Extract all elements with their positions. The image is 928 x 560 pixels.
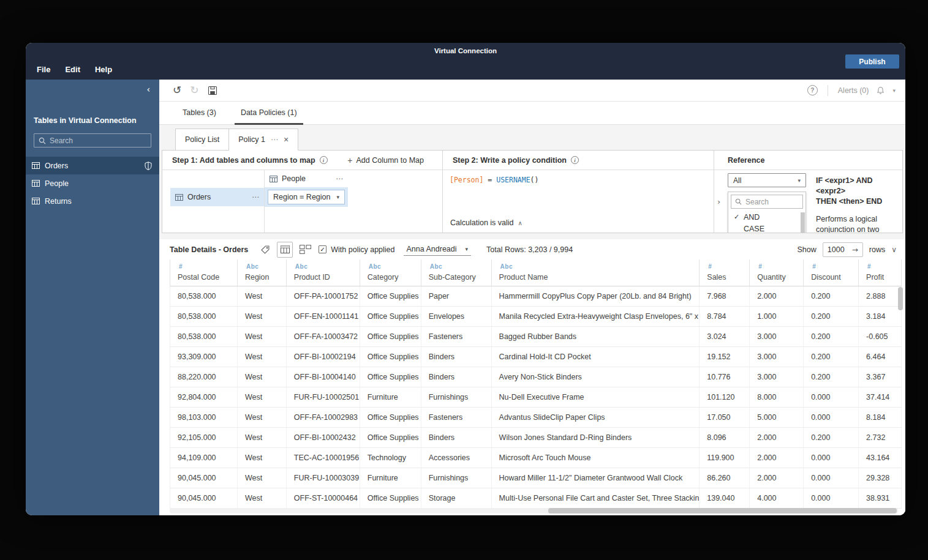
cell: Avery Non-Stick Binders (492, 367, 700, 387)
horizontal-scrollbar-thumb[interactable] (548, 508, 897, 513)
policy-tab-close-icon[interactable]: × (284, 135, 289, 144)
column-header-discount[interactable]: #Discount (804, 259, 859, 286)
collapse-section-icon[interactable]: ∨ (891, 245, 897, 254)
cell: 2.888 (859, 286, 902, 306)
sidebar-item-orders[interactable]: Orders (26, 157, 159, 174)
tab-data-policies[interactable]: Data Policies (1) (235, 102, 303, 125)
step1-mapping-grid: People ⋯ Orders ⋯ Region = Region (162, 170, 442, 233)
tab-policy-1[interactable]: Policy 1 ⋯ × (229, 129, 298, 151)
column-header-category[interactable]: AbcCategory (360, 259, 421, 286)
sidebar-search-input[interactable] (50, 136, 146, 145)
mapping-dropdown[interactable]: Region = Region ▾ (268, 190, 345, 204)
sidebar-item-returns[interactable]: Returns (26, 192, 159, 210)
alerts-label[interactable]: Alerts (0) (838, 86, 869, 95)
table-menu-icon[interactable]: ⋯ (252, 193, 259, 201)
cell: OFF-BI-10002194 (287, 347, 360, 367)
table-row[interactable]: 98,103.000WestOFF-FA-10002983Office Supp… (170, 408, 902, 428)
cell: Binders (421, 428, 492, 447)
vertical-scrollbar-thumb[interactable] (898, 287, 903, 310)
redo-icon[interactable]: ↻ (190, 85, 198, 95)
column-header-product-name[interactable]: AbcProduct Name (492, 259, 700, 286)
table-row[interactable]: 90,045.000WestFUR-FU-10003039FurnitureFu… (170, 468, 902, 488)
help-icon[interactable]: ? (807, 85, 818, 95)
search-icon (39, 137, 46, 144)
alerts-caret-icon[interactable]: ▾ (892, 88, 896, 94)
tag-icon[interactable] (260, 245, 270, 255)
sidebar-collapse-icon[interactable]: ‹ (146, 84, 150, 94)
map-row-orders[interactable]: Orders ⋯ (170, 188, 264, 206)
cell: 3.000 (750, 327, 804, 346)
scrollbar-thumb[interactable] (801, 212, 805, 233)
reference-search[interactable] (731, 195, 803, 209)
table-row[interactable]: 90,045.000WestOFF-ST-10000464Office Supp… (170, 488, 902, 509)
add-column-button[interactable]: + Add Column to Map (347, 155, 424, 165)
cell: 8.184 (859, 408, 902, 427)
cards-view-button[interactable] (300, 245, 311, 254)
reference-filter-dropdown[interactable]: All ▾ (728, 173, 806, 187)
cell: 6.464 (859, 347, 902, 367)
expand-panel-icon[interactable]: › (717, 197, 720, 206)
table-row[interactable]: 80,538.000WestOFF-EN-10001141Office Supp… (170, 307, 902, 327)
cell: OFF-BI-10002432 (287, 428, 360, 447)
reference-option-and[interactable]: ✓AND (728, 211, 805, 223)
table-row[interactable]: 88,220.000WestOFF-BI-10004140Office Supp… (170, 367, 902, 387)
cell: 38.931 (859, 488, 902, 508)
tab-policy-list[interactable]: Policy List (175, 129, 229, 151)
calculation-status[interactable]: Calculation is valid ∧ (450, 218, 522, 227)
cell: Wilson Jones Standard D-Ring Binders (492, 428, 700, 447)
reference-body: All ▾ ✓ANDCASE (714, 170, 902, 233)
cell: West (238, 408, 287, 427)
column-header-product-id[interactable]: AbcProduct ID (287, 259, 360, 286)
with-policy-label[interactable]: With policy applied (331, 245, 394, 254)
publish-button[interactable]: Publish (845, 54, 899, 69)
cell: Bagged Rubber Bands (492, 327, 700, 346)
tab-tables[interactable]: Tables (3) (176, 102, 222, 125)
menu-help[interactable]: Help (95, 65, 112, 74)
cell: Nu-Dell Executive Frame (492, 387, 700, 407)
grid-view-button[interactable] (277, 242, 293, 258)
apply-arrow-icon[interactable]: → (852, 245, 858, 254)
menu-edit[interactable]: Edit (65, 65, 80, 74)
info-icon[interactable]: i (571, 156, 579, 164)
cell: Office Supplies (360, 307, 421, 326)
cell: 3.000 (750, 347, 804, 367)
column-header-sales[interactable]: #Sales (700, 259, 750, 286)
table-row[interactable]: 92,105.000WestOFF-BI-10002432Office Supp… (170, 428, 902, 448)
cell: Office Supplies (360, 488, 421, 508)
table-row[interactable]: 80,538.000WestOFF-FA-10003472Office Supp… (170, 327, 902, 347)
save-icon[interactable] (208, 86, 217, 95)
cell: West (238, 488, 287, 508)
map-column-people[interactable]: People ⋯ (265, 170, 348, 187)
chevron-up-icon: ∧ (518, 220, 522, 226)
preview-user-dropdown[interactable]: Anna Andreadi ▾ (404, 243, 472, 256)
cell: Envelopes (421, 307, 492, 326)
info-icon[interactable]: i (320, 156, 328, 164)
table-row[interactable]: 92,804.000WestFUR-FU-10002501FurnitureFu… (170, 387, 902, 408)
column-header-sub-category[interactable]: AbcSub-Category (421, 259, 492, 286)
table-row[interactable]: 93,309.000WestOFF-BI-10002194Office Supp… (170, 347, 902, 367)
table-row[interactable]: 80,538.000WestOFF-PA-10001752Office Supp… (170, 286, 902, 307)
table-menu-icon[interactable]: ⋯ (336, 174, 343, 183)
policy-condition-editor[interactable]: [Person] = USERNAME() Calculation is val… (443, 170, 714, 233)
reference-option-case[interactable]: CASE (728, 223, 805, 233)
row-count-field[interactable]: → (823, 242, 863, 257)
sidebar-search[interactable] (34, 133, 151, 147)
row-count-input[interactable] (828, 245, 848, 254)
sidebar-item-people[interactable]: People (26, 174, 159, 192)
cell: 2.000 (750, 428, 804, 447)
cell: 29.328 (859, 468, 902, 488)
column-header-quantity[interactable]: #Quantity (750, 259, 804, 286)
bell-icon[interactable] (876, 86, 885, 95)
column-header-postal-code[interactable]: #Postal Code (170, 259, 238, 286)
table-row[interactable]: 94,109.000WestTEC-AC-10001956TechnologyA… (170, 448, 902, 468)
undo-icon[interactable]: ↺ (173, 85, 181, 95)
caret-down-icon: ▾ (466, 246, 469, 252)
column-header-profit[interactable]: #Profit (859, 259, 902, 286)
cell: West (238, 448, 287, 468)
policy-tab-menu-icon[interactable]: ⋯ (271, 135, 278, 144)
menu-file[interactable]: File (37, 65, 50, 74)
horizontal-scrollbar[interactable] (170, 508, 898, 513)
column-header-region[interactable]: AbcRegion (238, 259, 287, 286)
reference-search-input[interactable] (745, 198, 799, 206)
with-policy-checkbox[interactable]: ✓ (319, 245, 326, 253)
